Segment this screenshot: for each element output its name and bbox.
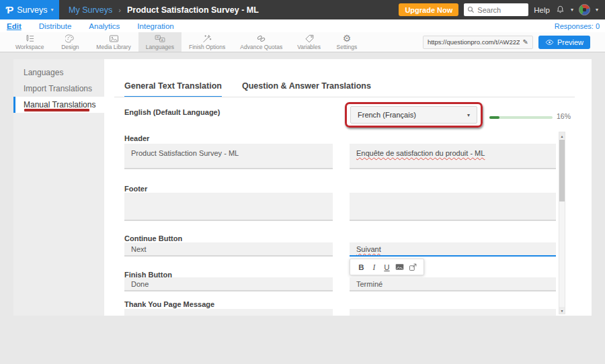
- ribbon-item-advance-quotas[interactable]: Advance Quotas: [233, 32, 290, 52]
- chevron-down-icon: ▾: [467, 112, 470, 118]
- sidebar-item-import-translations[interactable]: Import Translations: [13, 81, 104, 97]
- scroll-down-arrow[interactable]: ▾: [559, 307, 565, 314]
- svg-text:A: A: [161, 38, 163, 42]
- sidebar-item-languages[interactable]: Languages: [13, 64, 104, 81]
- field-label-thank-you-page-message: Thank You Page Message: [124, 300, 214, 308]
- thankyou-source-textarea[interactable]: [124, 309, 333, 316]
- header-target-textarea[interactable]: Enquête de satisfaction du produit - ML: [350, 144, 556, 169]
- responses-count[interactable]: Responses: 0: [555, 22, 605, 30]
- source-language-label: English (Default Language): [124, 108, 220, 116]
- header-source-textarea[interactable]: Product Satisfaction Survey - ML: [124, 144, 333, 169]
- tab-question-answer-translations[interactable]: Question & Answer Translations: [242, 81, 371, 97]
- svg-text:R: R: [157, 36, 159, 39]
- topbar-actions: Upgrade Now Help ▾ ▾: [399, 3, 605, 16]
- insert-link-button[interactable]: [406, 261, 419, 273]
- search-input[interactable]: [477, 6, 525, 14]
- format-toolbar: B I U: [350, 259, 424, 275]
- preview-button[interactable]: Preview: [538, 36, 590, 49]
- tag-icon: [305, 34, 314, 43]
- ribbon-item-finish-options[interactable]: Finish Options: [182, 32, 233, 52]
- translate-icon: RA: [155, 34, 165, 43]
- languages-panel: Languages Import Translations Manual Tra…: [13, 59, 592, 316]
- breadcrumb-my-surveys[interactable]: My Surveys: [69, 5, 112, 15]
- questionpro-logo: Ƥ: [6, 4, 14, 15]
- translation-progress-percent: 16%: [557, 112, 571, 120]
- manual-translations-content: General Text Translation Question & Answ…: [104, 59, 592, 316]
- tab-divider: [114, 97, 575, 97]
- topbar: Ƥ Surveys ▾ My Surveys › Product Satisfa…: [0, 0, 605, 19]
- tab-general-text-translation[interactable]: General Text Translation: [124, 81, 222, 97]
- image-icon: [109, 34, 119, 43]
- sidebar-item-manual-translations[interactable]: Manual Translations: [13, 97, 104, 113]
- product-switcher[interactable]: Ƥ Surveys ▾: [0, 0, 59, 19]
- footer-source-textarea[interactable]: [124, 193, 333, 221]
- field-label-continue-button: Continue Button: [124, 234, 182, 242]
- scrollbar-thumb[interactable]: [559, 140, 565, 201]
- translation-progress-fill: [489, 116, 499, 119]
- ribbon-item-design[interactable]: Design: [51, 32, 89, 52]
- scroll-up-arrow[interactable]: ▴: [559, 132, 565, 139]
- palette-icon: [65, 34, 75, 43]
- italic-button[interactable]: I: [368, 261, 380, 273]
- survey-link-area: ✎ Preview: [423, 32, 605, 52]
- nav-tab-distribute[interactable]: Distribute: [39, 22, 72, 30]
- magic-wand-icon: [202, 34, 212, 43]
- notifications-bell-icon[interactable]: [555, 5, 565, 15]
- nav-tab-analytics[interactable]: Analytics: [89, 22, 120, 30]
- content-scrollbar[interactable]: ▴ ▾: [559, 132, 565, 314]
- nav-tab-integration[interactable]: Integration: [137, 22, 173, 30]
- breadcrumb-separator: ›: [118, 6, 121, 14]
- field-label-footer: Footer: [124, 185, 147, 193]
- insert-image-button[interactable]: [393, 261, 406, 273]
- underline-button[interactable]: U: [380, 261, 393, 273]
- translation-tabs: General Text Translation Question & Answ…: [124, 81, 371, 97]
- translation-progress-bar: [489, 116, 553, 119]
- finish-source-input[interactable]: Done: [124, 277, 333, 291]
- global-search[interactable]: [464, 3, 528, 16]
- user-avatar[interactable]: [579, 4, 590, 15]
- ribbon-item-workspace[interactable]: Workspace: [8, 32, 51, 52]
- target-language-dropdown[interactable]: French (Français) ▾: [350, 106, 477, 124]
- ribbon-item-variables[interactable]: Variables: [290, 32, 328, 52]
- survey-url-input[interactable]: [428, 38, 520, 46]
- gear-icon: ⚙: [343, 34, 352, 43]
- translations-sidebar: Languages Import Translations Manual Tra…: [13, 59, 104, 316]
- continue-target-input[interactable]: Suivant: [350, 242, 556, 257]
- bold-button[interactable]: B: [355, 261, 368, 273]
- page-title: Product Satisfaction Survey - ML: [127, 5, 259, 15]
- workspace-icon: [25, 34, 35, 43]
- chevron-down-icon: ▾: [596, 7, 598, 13]
- edit-ribbon: Workspace Design Media Library RA Langua…: [0, 32, 605, 52]
- continue-source-input[interactable]: Next: [124, 242, 333, 257]
- chevron-down-icon: ▾: [50, 7, 53, 13]
- thankyou-target-textarea[interactable]: [350, 309, 556, 316]
- eye-icon: [545, 39, 554, 46]
- chevron-down-icon: ▾: [571, 7, 573, 13]
- nav-tab-edit[interactable]: Edit: [7, 22, 22, 30]
- chain-links-icon: [256, 34, 266, 43]
- finish-target-input[interactable]: Terminé: [350, 277, 556, 291]
- survey-nav: Edit Distribute Analytics Integration Re…: [0, 19, 605, 32]
- breadcrumb: My Surveys › Product Satisfaction Survey…: [69, 5, 259, 15]
- ribbon-item-settings[interactable]: ⚙ Settings: [328, 32, 366, 52]
- ribbon-item-languages[interactable]: RA Languages: [138, 32, 182, 52]
- survey-url-field[interactable]: ✎: [423, 36, 533, 49]
- edit-url-pencil-icon[interactable]: ✎: [522, 38, 528, 46]
- upgrade-now-button[interactable]: Upgrade Now: [399, 3, 458, 16]
- search-icon: [467, 6, 475, 13]
- field-label-header: Header: [124, 134, 149, 142]
- footer-target-textarea[interactable]: [350, 193, 556, 221]
- ribbon-item-media-library[interactable]: Media Library: [89, 32, 138, 52]
- annotation-red-box: French (Français) ▾: [345, 102, 483, 128]
- product-name: Surveys: [17, 5, 47, 15]
- help-link[interactable]: Help: [534, 6, 550, 14]
- annotation-red-underline: [24, 109, 89, 111]
